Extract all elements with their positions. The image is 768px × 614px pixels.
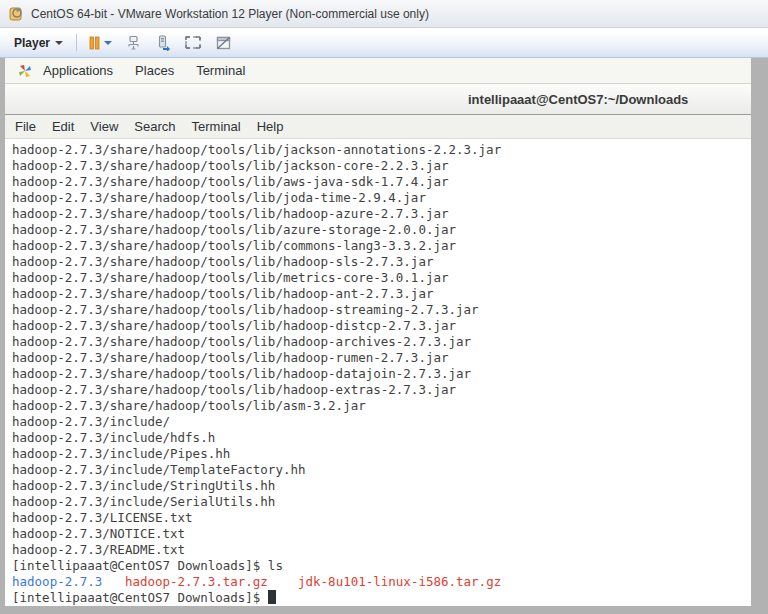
terminal-line: hadoop-2.7.3/share/hadoop/tools/lib/hado… <box>12 366 751 382</box>
terminal-text: hadoop-2.7.3/include/hdfs.h <box>12 430 215 445</box>
gnome-top-panel: Applications Places Terminal <box>5 58 751 84</box>
centos-applications-icon <box>18 64 32 78</box>
terminal-line: hadoop-2.7.3/share/hadoop/tools/lib/comm… <box>12 238 751 254</box>
terminal-text-red: jdk-8u101-linux-i586.tar.gz <box>298 574 501 589</box>
terminal-text-blue: hadoop-2.7.3 <box>12 574 102 589</box>
vmware-toolbar: Player <box>0 28 768 58</box>
vmware-player-icon <box>9 6 24 21</box>
fullscreen-button[interactable] <box>182 33 204 52</box>
terminal-line: hadoop-2.7.3/share/hadoop/tools/lib/jack… <box>12 158 751 174</box>
terminal-line: hadoop-2.7.3/share/hadoop/tools/lib/joda… <box>12 190 751 206</box>
suspend-button[interactable] <box>86 34 114 52</box>
terminal-output[interactable]: hadoop-2.7.3/share/hadoop/tools/lib/jack… <box>5 139 751 606</box>
terminal-line: [intellipaaat@CentOS7 Downloads]$ <box>12 590 751 606</box>
vmware-titlebar: CentOS 64-bit - VMware Workstation 12 Pl… <box>0 0 768 28</box>
terminal-text: hadoop-2.7.3/share/hadoop/tools/lib/hado… <box>12 366 471 381</box>
terminal-titlebar[interactable]: intellipaaat@CentOS7:~/Downloads <box>5 84 751 115</box>
panel-menu-places[interactable]: Places <box>124 58 185 83</box>
pause-icon <box>88 36 101 50</box>
terminal-line: hadoop-2.7.3/share/hadoop/tools/lib/metr… <box>12 270 751 286</box>
chevron-down-icon <box>104 41 112 45</box>
terminal-line: [intellipaaat@CentOS7 Downloads]$ ls <box>12 558 751 574</box>
terminal-text: hadoop-2.7.3/share/hadoop/tools/lib/jack… <box>12 158 449 173</box>
devices-button[interactable] <box>153 33 173 53</box>
terminal-line: hadoop-2.7.3/include/ <box>12 414 751 430</box>
terminal-menubar: File Edit View Search Terminal Help <box>5 115 751 139</box>
terminal-line: hadoop-2.7.3/README.txt <box>12 542 751 558</box>
terminal-text: hadoop-2.7.3/share/hadoop/tools/lib/hado… <box>12 334 471 349</box>
terminal-text: hadoop-2.7.3/share/hadoop/tools/lib/joda… <box>12 190 426 205</box>
terminal-text: hadoop-2.7.3/include/Pipes.hh <box>12 446 230 461</box>
terminal-text: hadoop-2.7.3/share/hadoop/tools/lib/hado… <box>12 382 456 397</box>
terminal-line: hadoop-2.7.3 hadoop-2.7.3.tar.gz jdk-8u1… <box>12 574 751 590</box>
unity-button[interactable] <box>213 33 234 53</box>
terminal-text: hadoop-2.7.3/share/hadoop/tools/lib/comm… <box>12 238 456 253</box>
terminal-line: hadoop-2.7.3/share/hadoop/tools/lib/hado… <box>12 334 751 350</box>
terminal-line: hadoop-2.7.3/share/hadoop/tools/lib/hado… <box>12 286 751 302</box>
terminal-text: hadoop-2.7.3/share/hadoop/tools/lib/hado… <box>12 350 449 365</box>
player-menu-label: Player <box>14 36 50 50</box>
menu-terminal[interactable]: Terminal <box>184 115 249 138</box>
menu-help[interactable]: Help <box>249 115 292 138</box>
vmware-window: CentOS 64-bit - VMware Workstation 12 Pl… <box>0 0 768 614</box>
vm-viewport: Applications Places Terminal intellipaaa… <box>0 58 768 614</box>
panel-menu-applications[interactable]: Applications <box>32 58 124 83</box>
terminal-text: hadoop-2.7.3/include/TemplateFactory.hh <box>12 462 306 477</box>
terminal-text: hadoop-2.7.3/README.txt <box>12 542 185 557</box>
unity-icon <box>215 35 232 51</box>
terminal-text-red: hadoop-2.7.3.tar.gz <box>125 574 268 589</box>
devices-icon <box>155 35 171 51</box>
menu-file[interactable]: File <box>7 115 44 138</box>
terminal-text: hadoop-2.7.3/share/hadoop/tools/lib/azur… <box>12 222 456 237</box>
send-ctrl-alt-del-button[interactable] <box>123 33 144 53</box>
terminal-text: hadoop-2.7.3/share/hadoop/tools/lib/jack… <box>12 142 501 157</box>
window-title: CentOS 64-bit - VMware Workstation 12 Pl… <box>31 7 429 21</box>
terminal-line: hadoop-2.7.3/include/StringUtils.hh <box>12 478 751 494</box>
terminal-text: hadoop-2.7.3/NOTICE.txt <box>12 526 185 541</box>
terminal-text: hadoop-2.7.3/share/hadoop/tools/lib/hado… <box>12 318 456 333</box>
terminal-text: [intellipaaat@CentOS7 Downloads]$ ls <box>12 558 283 573</box>
terminal-line: hadoop-2.7.3/share/hadoop/tools/lib/jack… <box>12 142 751 158</box>
terminal-line: hadoop-2.7.3/share/hadoop/tools/lib/aws-… <box>12 174 751 190</box>
terminal-cursor <box>268 590 276 604</box>
terminal-line: hadoop-2.7.3/share/hadoop/tools/lib/hado… <box>12 206 751 222</box>
terminal-line: hadoop-2.7.3/share/hadoop/tools/lib/asm-… <box>12 398 751 414</box>
terminal-text <box>102 574 125 589</box>
terminal-text: hadoop-2.7.3/include/SerialUtils.hh <box>12 494 275 509</box>
terminal-line: hadoop-2.7.3/share/hadoop/tools/lib/azur… <box>12 222 751 238</box>
terminal-line: hadoop-2.7.3/share/hadoop/tools/lib/hado… <box>12 302 751 318</box>
terminal-line: hadoop-2.7.3/share/hadoop/tools/lib/hado… <box>12 382 751 398</box>
panel-menu-terminal[interactable]: Terminal <box>185 58 256 83</box>
terminal-line: hadoop-2.7.3/include/Pipes.hh <box>12 446 751 462</box>
terminal-window-title: intellipaaat@CentOS7:~/Downloads <box>468 92 688 107</box>
terminal-line: hadoop-2.7.3/share/hadoop/tools/lib/hado… <box>12 254 751 270</box>
terminal-text: hadoop-2.7.3/include/StringUtils.hh <box>12 478 275 493</box>
terminal-text: hadoop-2.7.3/include/ <box>12 414 170 429</box>
terminal-line: hadoop-2.7.3/include/SerialUtils.hh <box>12 494 751 510</box>
terminal-line: hadoop-2.7.3/include/TemplateFactory.hh <box>12 462 751 478</box>
send-ctrl-alt-del-icon <box>125 35 142 51</box>
terminal-text: hadoop-2.7.3/share/hadoop/tools/lib/aws-… <box>12 174 449 189</box>
menu-edit[interactable]: Edit <box>44 115 82 138</box>
menu-search[interactable]: Search <box>126 115 183 138</box>
chevron-down-icon <box>55 41 63 45</box>
menu-view[interactable]: View <box>82 115 126 138</box>
terminal-text: hadoop-2.7.3/share/hadoop/tools/lib/metr… <box>12 270 449 285</box>
vm-screen: Applications Places Terminal intellipaaa… <box>5 58 751 606</box>
toolbar-divider <box>76 34 77 51</box>
terminal-line: hadoop-2.7.3/NOTICE.txt <box>12 526 751 542</box>
terminal-line: hadoop-2.7.3/include/hdfs.h <box>12 430 751 446</box>
terminal-text: hadoop-2.7.3/share/hadoop/tools/lib/hado… <box>12 286 433 301</box>
terminal-text: hadoop-2.7.3/share/hadoop/tools/lib/hado… <box>12 302 479 317</box>
terminal-text: hadoop-2.7.3/share/hadoop/tools/lib/hado… <box>12 254 433 269</box>
terminal-text: hadoop-2.7.3/share/hadoop/tools/lib/asm-… <box>12 398 366 413</box>
fullscreen-icon <box>184 35 202 50</box>
terminal-text <box>268 574 298 589</box>
terminal-line: hadoop-2.7.3/LICENSE.txt <box>12 510 751 526</box>
terminal-line: hadoop-2.7.3/share/hadoop/tools/lib/hado… <box>12 318 751 334</box>
terminal-text: hadoop-2.7.3/LICENSE.txt <box>12 510 193 525</box>
terminal-line: hadoop-2.7.3/share/hadoop/tools/lib/hado… <box>12 350 751 366</box>
terminal-text: hadoop-2.7.3/share/hadoop/tools/lib/hado… <box>12 206 449 221</box>
terminal-text: [intellipaaat@CentOS7 Downloads]$ <box>12 590 268 605</box>
player-menu-button[interactable]: Player <box>10 33 67 53</box>
